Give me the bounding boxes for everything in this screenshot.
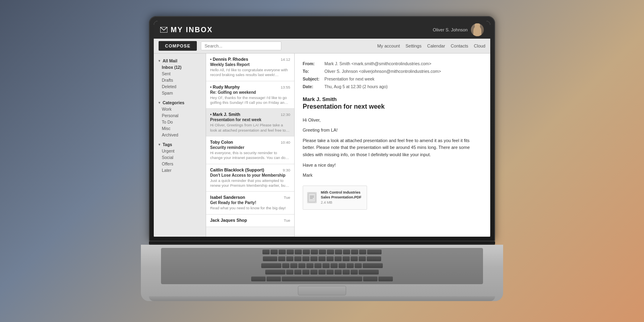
key[interactable] [318, 270, 326, 275]
key[interactable] [339, 263, 346, 268]
key[interactable] [314, 263, 322, 268]
key[interactable] [286, 270, 293, 275]
key[interactable] [326, 256, 334, 261]
key[interactable] [351, 256, 358, 261]
key[interactable] [302, 270, 310, 275]
sidebar-item-archived[interactable]: Archived [154, 132, 206, 138]
nav-settings[interactable]: Settings [405, 43, 421, 48]
email-item[interactable]: Isabel Sanderson Tue Get Ready for the P… [206, 192, 294, 214]
key[interactable] [294, 270, 301, 275]
key[interactable] [262, 250, 270, 254]
key[interactable] [335, 250, 342, 254]
key[interactable] [319, 250, 326, 254]
email-item[interactable]: Rudy Murphy 13:55 Re: Golfing on weekend… [206, 81, 294, 109]
spacebar-key[interactable] [282, 277, 362, 281]
sidebar-categories-header[interactable]: ▼ Categories [154, 99, 206, 106]
key[interactable] [351, 270, 358, 275]
sidebar-tags-header[interactable]: ▼ Tags [154, 141, 206, 148]
date-label: Date: [303, 83, 323, 91]
key[interactable] [265, 270, 285, 275]
key[interactable] [279, 250, 286, 254]
key[interactable] [343, 270, 350, 275]
key[interactable] [286, 256, 293, 261]
key[interactable] [310, 256, 318, 261]
avatar [471, 23, 484, 36]
sidebar-item-deleted[interactable]: Deleted [154, 83, 206, 90]
key[interactable] [263, 256, 277, 261]
avatar-body [473, 26, 481, 36]
sidebar-item-misc[interactable]: Misc [154, 125, 206, 132]
key[interactable] [282, 263, 289, 268]
sidebar-item-spam[interactable]: Spam [154, 90, 206, 96]
key[interactable] [330, 263, 338, 268]
key[interactable] [287, 250, 294, 254]
key[interactable] [290, 263, 297, 268]
key[interactable] [326, 270, 334, 275]
key[interactable] [251, 277, 266, 281]
nav-contacts[interactable]: Contacts [451, 43, 468, 48]
key[interactable] [367, 250, 382, 254]
sidebar-item-sent[interactable]: Sent [154, 70, 206, 77]
nav-my-account[interactable]: My account [377, 43, 400, 48]
key[interactable] [322, 263, 330, 268]
search-input[interactable] [201, 41, 281, 50]
email-item[interactable]: Dennis P. Rhodes 14:12 Weekly Sales Repo… [206, 54, 294, 81]
sidebar-item-urgent[interactable]: Urgent [154, 148, 206, 154]
attachment[interactable]: Mith Control Industries Sales Presentati… [303, 186, 367, 210]
key-row-4 [163, 270, 481, 276]
key[interactable] [266, 277, 281, 281]
sidebar-item-inbox[interactable]: Inbox (12) [154, 64, 206, 70]
key[interactable] [343, 256, 350, 261]
sidebar-item-personal[interactable]: Personal [154, 112, 206, 119]
key[interactable] [355, 263, 362, 268]
sidebar-item-later[interactable]: Later [154, 167, 206, 173]
key[interactable] [363, 277, 378, 281]
key[interactable] [318, 256, 326, 261]
key[interactable] [351, 250, 358, 254]
key[interactable] [327, 250, 334, 254]
email-item[interactable]: Caitlin Blacklock (Support) 9:30 Don't L… [206, 164, 294, 192]
sidebar-item-todo[interactable]: To Do [154, 119, 206, 125]
key[interactable] [359, 250, 366, 254]
email-item-header: Rudy Murphy 13:55 [210, 85, 290, 89]
sidebar-item-work[interactable]: Work [154, 106, 206, 112]
paperclip-icon [308, 193, 316, 202]
categories-label: Categories [163, 100, 184, 105]
key[interactable] [367, 256, 381, 261]
sidebar-all-mail[interactable]: ▼ All Mail [154, 58, 206, 64]
nav-cloud[interactable]: Cloud [474, 43, 485, 48]
sidebar-item-offers[interactable]: Offers [154, 161, 206, 167]
key[interactable] [278, 256, 285, 261]
key[interactable] [303, 250, 310, 254]
touchpad[interactable] [298, 286, 346, 295]
email-item[interactable]: Toby Colon 10:40 Security reminder Hi ev… [206, 136, 294, 164]
key[interactable] [334, 256, 342, 261]
key[interactable] [359, 256, 366, 261]
key[interactable] [294, 256, 301, 261]
key[interactable] [343, 250, 350, 254]
key[interactable] [359, 270, 379, 275]
key[interactable] [347, 263, 354, 268]
nav-calendar[interactable]: Calendar [427, 43, 445, 48]
email-preview: Hi Oliver, Greetings from LA! Please tak… [210, 123, 290, 133]
email-preview: Just a quick reminder that you attempted… [210, 178, 290, 188]
from-label: From: [303, 60, 323, 68]
key[interactable] [295, 250, 302, 254]
email-item-selected[interactable]: Mark J. Smith 12:30 Presentation for nex… [206, 109, 294, 136]
key[interactable] [270, 250, 278, 254]
sidebar-item-social[interactable]: Social [154, 154, 206, 161]
key[interactable] [363, 263, 383, 268]
key[interactable] [306, 263, 314, 268]
key[interactable] [334, 270, 342, 275]
key[interactable] [302, 256, 310, 261]
email-subject: Get Ready for the Party! [210, 200, 290, 205]
key[interactable] [311, 250, 318, 254]
key[interactable] [261, 263, 281, 268]
key[interactable] [298, 263, 305, 268]
key[interactable] [310, 270, 318, 275]
email-item[interactable]: Jack Jaques Shop Tue [206, 215, 294, 227]
sidebar-item-drafts[interactable]: Drafts [154, 77, 206, 83]
avatar-head [475, 23, 480, 28]
key[interactable] [378, 277, 393, 281]
compose-button[interactable]: COMPOSE [159, 41, 197, 51]
